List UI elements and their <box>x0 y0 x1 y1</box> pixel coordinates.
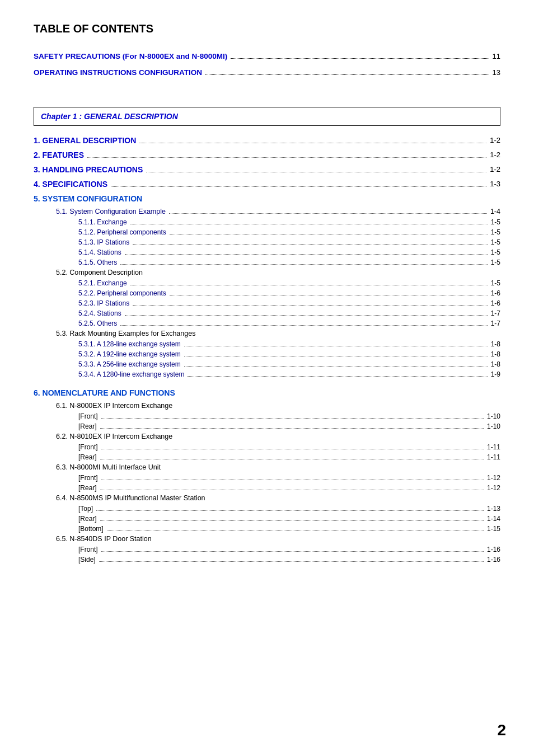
toc-item: [Front] 1-12 <box>34 474 500 482</box>
dots <box>133 238 487 245</box>
dots <box>184 360 488 367</box>
item-page: 1-10 <box>487 412 500 420</box>
toc-item: [Side] 1-16 <box>34 556 500 564</box>
item-label: 6.5. N-8540DS IP Door Station <box>56 535 152 543</box>
item-label: [Top] <box>78 505 93 513</box>
toc-item: 5.3.3. A 256-line exchange system 1-8 <box>34 360 500 368</box>
dots <box>100 515 484 521</box>
section-label: 3. HANDLING PRECAUTIONS <box>34 165 143 174</box>
dots <box>130 279 488 285</box>
item-label: [Rear] <box>78 422 97 430</box>
item-page: 1-12 <box>487 474 500 482</box>
section-entry: 1. GENERAL DESCRIPTION 1-2 <box>34 136 500 145</box>
item-page: 1-5 <box>491 279 500 287</box>
dots <box>101 546 484 552</box>
item-page: 1-12 <box>487 484 500 492</box>
item-label: 5.3. Rack Mounting Examples for Exchange… <box>56 330 195 337</box>
dots <box>188 370 487 377</box>
item-label: 5.2.2. Peripheral components <box>78 289 166 297</box>
dots <box>120 320 487 326</box>
item-label: [Rear] <box>78 453 97 461</box>
item-page: 1-8 <box>491 350 500 358</box>
dots <box>231 52 489 59</box>
toc-item: 5.2.3. IP Stations 1-6 <box>34 299 500 307</box>
page-title: TABLE OF CONTENTS <box>34 22 500 35</box>
section-page: 1-2 <box>490 151 500 159</box>
item-page: 1-10 <box>487 422 500 430</box>
section-label: 4. SPECIFICATIONS <box>34 180 107 189</box>
toc-item: 5.1.2. Peripheral components 1-5 <box>34 228 500 236</box>
item-label: 5.2.3. IP Stations <box>78 299 129 307</box>
item-page: 1-5 <box>491 218 500 226</box>
dots <box>101 412 484 419</box>
dots <box>125 248 488 255</box>
section-label: 2. FEATURES <box>34 151 84 159</box>
item-label: 5.1.5. Others <box>78 259 117 266</box>
item-label: 5.1.3. IP Stations <box>78 238 129 246</box>
toc-item: 6.3. N-8000MI Multi Interface Unit <box>34 463 500 471</box>
item-page: 1-11 <box>487 443 500 451</box>
item-page: 1-16 <box>487 546 500 553</box>
section-entry: 2. FEATURES 1-2 <box>34 151 500 159</box>
section-page: 1-2 <box>490 165 500 174</box>
toc-item: 5.3.4. A 1280-line exchange system 1-9 <box>34 370 500 378</box>
toc-item: [Rear] 1-11 <box>34 453 500 461</box>
item-label: 5.1.2. Peripheral components <box>78 228 166 236</box>
section-label: 1. GENERAL DESCRIPTION <box>34 136 136 145</box>
item-label: 5.1.1. Exchange <box>78 218 127 226</box>
item-page: 1-8 <box>491 340 500 348</box>
item-page: 1-7 <box>491 320 500 327</box>
item-label: [Rear] <box>78 484 97 492</box>
toc-item: [Bottom] 1-15 <box>34 525 500 533</box>
dots <box>87 151 486 158</box>
item-label: 5.3.1. A 128-line exchange system <box>78 340 181 348</box>
toc-item: 6.2. N-8010EX IP Intercom Exchange <box>34 433 500 440</box>
toc-item: 5.2.5. Others 1-7 <box>34 320 500 327</box>
item-label: 6.2. N-8010EX IP Intercom Exchange <box>56 433 172 440</box>
toc-item: 6.4. N-8500MS IP Multifunctional Master … <box>34 494 500 502</box>
toc-item: [Front] 1-16 <box>34 546 500 553</box>
item-label: 6.3. N-8000MI Multi Interface Unit <box>56 463 161 471</box>
section-entry: 4. SPECIFICATIONS 1-3 <box>34 180 500 189</box>
item-label: [Side] <box>78 556 96 564</box>
dots <box>139 136 486 143</box>
item-label: 5.1. System Configuration Example <box>56 208 166 215</box>
toc-item: 5.1. System Configuration Example 1-4 <box>34 208 500 215</box>
item-page: 1-9 <box>491 370 500 378</box>
dots <box>107 525 484 531</box>
item-page: 1-5 <box>491 259 500 266</box>
toc-item: [Top] 1-13 <box>34 505 500 513</box>
top-entry-label: SAFETY PRECAUTIONS (For N-8000EX and N-8… <box>34 52 227 60</box>
dots <box>120 259 487 265</box>
item-label: [Rear] <box>78 515 97 523</box>
top-entry-label: OPERATING INSTRUCTIONS CONFIGURATION <box>34 68 202 77</box>
dots <box>111 180 486 187</box>
item-label: [Front] <box>78 443 98 451</box>
dots <box>170 228 488 234</box>
dots <box>125 309 488 316</box>
dots <box>184 340 488 346</box>
dots <box>101 443 484 449</box>
item-label: 5.3.3. A 256-line exchange system <box>78 360 181 368</box>
item-label: 6.1. N-8000EX IP Intercom Exchange <box>56 402 172 410</box>
toc-item: 5.3.2. A 192-line exchange system 1-8 <box>34 350 500 358</box>
toc-item: 5.3. Rack Mounting Examples for Exchange… <box>34 330 500 337</box>
section-page: 1-2 <box>490 136 500 145</box>
toc-item: [Rear] 1-10 <box>34 422 500 430</box>
dots <box>184 350 488 356</box>
toc-item: 5.2.2. Peripheral components 1-6 <box>34 289 500 297</box>
item-label: [Front] <box>78 474 98 482</box>
dots <box>130 218 488 224</box>
dots <box>100 484 484 490</box>
item-page: 1-11 <box>487 453 500 461</box>
toc-item: 5.1.1. Exchange 1-5 <box>34 218 500 226</box>
item-page: 1-6 <box>491 299 500 307</box>
dots <box>133 299 487 306</box>
top-entry: SAFETY PRECAUTIONS (For N-8000EX and N-8… <box>34 52 500 60</box>
item-page: 1-15 <box>487 525 500 533</box>
item-page: 1-6 <box>491 289 500 297</box>
toc-item: 5.2.1. Exchange 1-5 <box>34 279 500 287</box>
item-page: 1-13 <box>487 505 500 513</box>
dots <box>99 556 484 562</box>
dots <box>205 68 489 75</box>
